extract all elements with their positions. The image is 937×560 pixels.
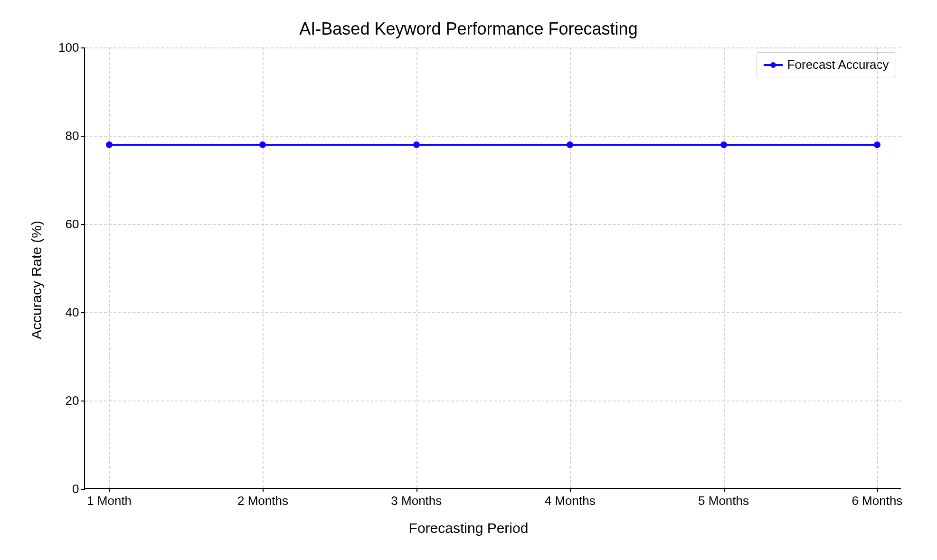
y-tick-label: 40 (66, 305, 85, 320)
grid-line-h (85, 312, 901, 313)
grid-line-v (109, 47, 110, 488)
legend-label: Forecast Accuracy (787, 57, 889, 72)
grid-line-v (570, 47, 571, 488)
grid-line-v (263, 47, 264, 488)
data-point (106, 141, 113, 148)
x-axis-label: Forecasting Period (409, 520, 529, 536)
y-tick-label: 0 (72, 482, 85, 496)
x-tick-label: 5 Months (698, 488, 749, 508)
chart-container: AI-Based Keyword Performance Forecasting… (18, 14, 920, 546)
data-line (416, 144, 570, 146)
grid-line-h (85, 224, 901, 225)
data-line (570, 144, 723, 146)
data-point (720, 141, 727, 148)
y-tick-label: 60 (66, 217, 85, 232)
grid-line-h (85, 401, 901, 401)
x-tick-label: 6 Months (852, 488, 902, 508)
y-tick-label: 20 (66, 393, 85, 408)
grid-line-v (416, 47, 417, 488)
x-tick-label: 2 Months (237, 488, 288, 508)
x-tick-label: 3 Months (391, 488, 442, 508)
chart-title: AI-Based Keyword Performance Forecasting (18, 19, 920, 39)
grid-line-h (85, 136, 901, 137)
x-tick-label: 4 Months (545, 488, 596, 508)
data-point (567, 141, 573, 148)
x-tick-label: 1 Month (87, 488, 132, 508)
plot-area: Forecast Accuracy 0204060801001 Month2 M… (84, 47, 901, 489)
data-line (724, 144, 877, 146)
y-tick-label: 100 (58, 40, 85, 55)
data-line (109, 144, 263, 146)
legend-marker-icon (764, 64, 783, 66)
data-point (259, 141, 266, 148)
data-line (263, 144, 416, 146)
grid-line-v (877, 47, 878, 488)
grid-line-v (724, 47, 725, 488)
y-tick-label: 80 (66, 129, 85, 143)
grid-line-h (85, 47, 901, 48)
y-axis-label: Accuracy Rate (%) (28, 221, 45, 339)
legend: Forecast Accuracy (757, 52, 896, 77)
data-point (413, 141, 420, 148)
data-point (874, 141, 880, 148)
